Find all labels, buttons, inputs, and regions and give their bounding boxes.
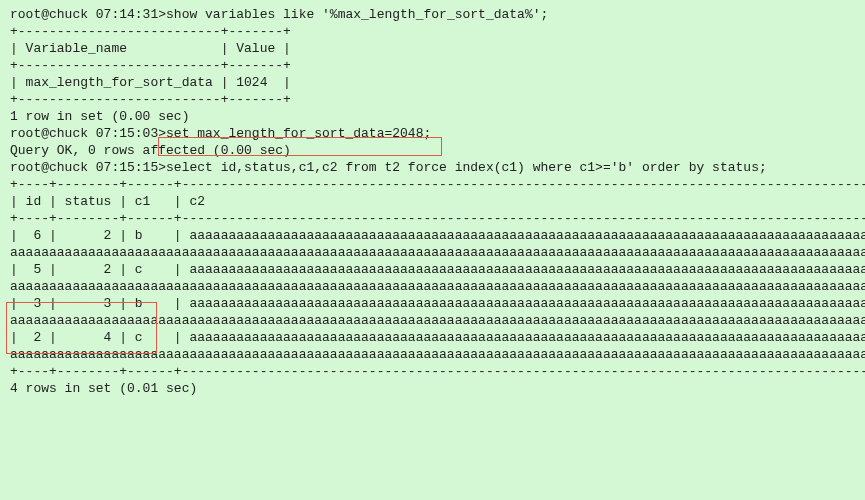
sql-statement: set max_length_for_sort_data=2048 — [166, 126, 423, 141]
prompt: root@chuck 07:14:31> — [10, 7, 166, 22]
table-row-wrap: aaaaaaaaaaaaaaaaaaaaaaaaaaaaaaaaaaaaaaaa… — [10, 312, 855, 329]
table-border: +----+--------+------+------------------… — [10, 176, 855, 193]
table-row: | 3 | 3 | b | aaaaaaaaaaaaaaaaaaaaaaaaaa… — [10, 295, 855, 312]
table-border: +--------------------------+-------+ — [10, 91, 855, 108]
prompt: root@chuck 07:15:15> — [10, 160, 166, 175]
table-row-wrap: aaaaaaaaaaaaaaaaaaaaaaaaaaaaaaaaaaaaaaaa… — [10, 346, 855, 363]
semicolon: ; — [423, 126, 431, 141]
table-border: +--------------------------+-------+ — [10, 57, 855, 74]
table-header: | Variable_name | Value | — [10, 40, 855, 57]
table-row-wrap: aaaaaaaaaaaaaaaaaaaaaaaaaaaaaaaaaaaaaaaa… — [10, 244, 855, 261]
table-row: | 6 | 2 | b | aaaaaaaaaaaaaaaaaaaaaaaaaa… — [10, 227, 855, 244]
table-header: | id | status | c1 | c2 — [10, 193, 855, 210]
prompt-line: root@chuck 07:14:31>show variables like … — [10, 6, 855, 23]
prompt-line: root@chuck 07:15:15>select id,status,c1,… — [10, 159, 855, 176]
table-row: | 5 | 2 | c | aaaaaaaaaaaaaaaaaaaaaaaaaa… — [10, 261, 855, 278]
table-row: | 2 | 4 | c | aaaaaaaaaaaaaaaaaaaaaaaaaa… — [10, 329, 855, 346]
sql-statement: select id,status,c1,c2 from t2 force ind… — [166, 160, 767, 175]
terminal-output: root@chuck 07:14:31>show variables like … — [0, 0, 865, 403]
prompt: root@chuck 07:15:03> — [10, 126, 166, 141]
table-border: +----+--------+------+------------------… — [10, 363, 855, 380]
table-row: | max_length_for_sort_data | 1024 | — [10, 74, 855, 91]
prompt-line: root@chuck 07:15:03>set max_length_for_s… — [10, 125, 855, 142]
result-summary: 4 rows in set (0.01 sec) — [10, 380, 855, 397]
table-border: +----+--------+------+------------------… — [10, 210, 855, 227]
table-row-wrap: aaaaaaaaaaaaaaaaaaaaaaaaaaaaaaaaaaaaaaaa… — [10, 278, 855, 295]
result-summary: 1 row in set (0.00 sec) — [10, 108, 855, 125]
table-border: +--------------------------+-------+ — [10, 23, 855, 40]
sql-statement: show variables like '%max_length_for_sor… — [166, 7, 548, 22]
result-summary: Query OK, 0 rows affected (0.00 sec) — [10, 142, 855, 159]
